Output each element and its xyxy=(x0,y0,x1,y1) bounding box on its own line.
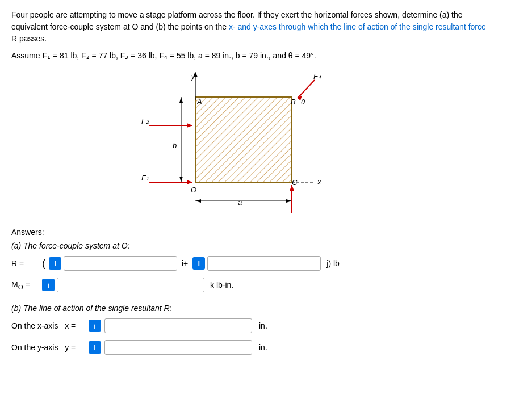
Mo-row: MO = i k lb-in. xyxy=(11,278,504,292)
svg-marker-21 xyxy=(187,123,192,128)
svg-marker-18 xyxy=(179,97,183,103)
svg-text:F₄: F₄ xyxy=(313,72,321,81)
problem-line2a: equivalent force-couple system at O and … xyxy=(11,22,229,31)
R-label: R = xyxy=(11,259,40,268)
diagram-area: y x O A B θ C b a F₂ F₁ xyxy=(139,69,377,216)
R-i-button-2[interactable]: i xyxy=(192,257,205,270)
svg-marker-15 xyxy=(195,199,201,203)
y-axis-input[interactable] xyxy=(104,340,252,355)
R-row: R = ( i i+ i j) lb xyxy=(11,256,504,271)
assume-line: Assume F₁ = 81 lb, F₂ = 77 lb, F₃ = 36 l… xyxy=(11,49,504,62)
R-i-button-1[interactable]: i xyxy=(49,257,61,270)
svg-rect-1 xyxy=(195,97,292,182)
k-unit: k lb-in. xyxy=(210,280,233,289)
y-axis-label: On the y-axis y = xyxy=(11,343,85,352)
svg-marker-24 xyxy=(187,180,192,184)
answers-section: Answers: (a) The force-couple system at … xyxy=(11,228,504,355)
svg-text:F₃: F₃ xyxy=(288,215,296,216)
svg-text:θ: θ xyxy=(301,98,305,106)
svg-text:x: x xyxy=(317,178,321,186)
x-axis-i-button[interactable]: i xyxy=(89,320,101,332)
y-axis-i-button[interactable]: i xyxy=(89,341,101,354)
problem-line3: R passes. xyxy=(11,34,47,43)
svg-text:B: B xyxy=(291,98,296,106)
x-axis-label: On the x-axis x = xyxy=(11,321,85,330)
y-axis-row: On the y-axis y = i in. xyxy=(11,340,504,355)
x-unit: in. xyxy=(259,321,267,330)
Mo-i-button[interactable]: i xyxy=(42,279,55,291)
svg-text:A: A xyxy=(196,98,202,106)
j-unit: j) lb xyxy=(326,259,340,268)
y-unit: in. xyxy=(259,343,267,352)
svg-text:b: b xyxy=(173,141,177,150)
part-a-label: (a) The force-couple system at O: xyxy=(11,241,504,250)
svg-text:C: C xyxy=(292,178,298,187)
plus-label: i+ xyxy=(182,259,188,268)
problem-line1: Four people are attempting to move a sta… xyxy=(11,10,463,19)
svg-text:a: a xyxy=(238,198,242,207)
Mo-label: MO = xyxy=(11,280,40,291)
svg-text:O: O xyxy=(191,186,196,194)
open-paren: ( xyxy=(42,258,45,270)
svg-marker-16 xyxy=(286,199,292,203)
part-b-section: (b) The line of action of the single res… xyxy=(11,304,504,355)
svg-text:F₁: F₁ xyxy=(141,174,149,182)
problem-line2b: x- and y-axes through which the line of … xyxy=(229,22,486,31)
R-input-1[interactable] xyxy=(64,256,177,271)
part-b-label: (b) The line of action of the single res… xyxy=(11,304,504,313)
answers-label: Answers: xyxy=(11,228,504,237)
svg-marker-19 xyxy=(179,177,183,182)
R-input-2[interactable] xyxy=(207,256,321,271)
x-axis-row: On the x-axis x = i in. xyxy=(11,318,504,333)
svg-line-29 xyxy=(298,80,315,98)
problem-text: Four people are attempting to move a sta… xyxy=(11,9,500,45)
svg-text:F₂: F₂ xyxy=(141,117,149,125)
x-axis-input[interactable] xyxy=(104,318,252,333)
Mo-input[interactable] xyxy=(57,278,204,292)
